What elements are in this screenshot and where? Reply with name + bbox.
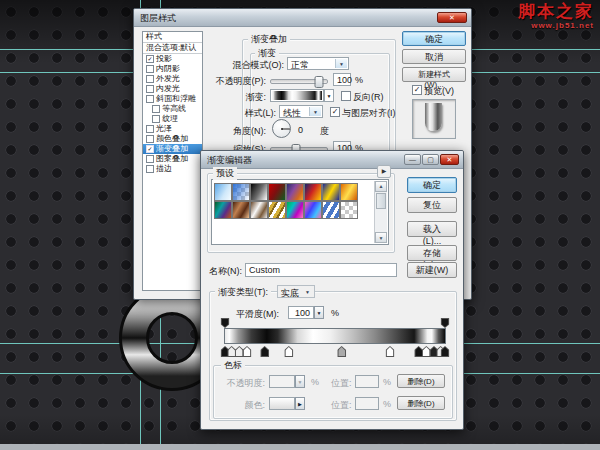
flyout-arrow-icon[interactable]: ▶ [377,165,391,178]
gradient-preset-swatch[interactable] [214,201,232,219]
name-input[interactable]: Custom [245,263,397,277]
sidebar-item[interactable]: 颜色叠加 [143,134,202,144]
ok-button[interactable]: 确定 [402,31,466,46]
canvas-edge [0,444,600,450]
ok-button[interactable]: 确定 [407,177,457,193]
sidebar-item[interactable]: 等高线 [143,104,202,114]
gradient-editor-titlebar[interactable]: 渐变编辑器 — ▢ ✕ [201,151,463,169]
chevron-down-icon[interactable]: ▼ [302,287,313,296]
slider-thumb[interactable] [315,76,324,88]
stop-position-percent: % [383,399,391,409]
checkbox[interactable] [146,85,154,93]
presets-scrollbar[interactable]: ▲ ▼ [374,181,387,243]
sidebar-item[interactable]: 光泽 [143,124,202,134]
gradient-preset-swatch[interactable] [322,183,340,201]
layer-style-title: 图层样式 [140,12,176,25]
sidebar-item[interactable]: ✓ 投影 [143,54,202,64]
sidebar-item[interactable]: 混合选项:默认 [143,43,202,54]
gradient-bar[interactable] [224,328,446,344]
checkbox[interactable] [146,155,154,163]
chevron-down-icon[interactable]: ▼ [335,59,347,68]
align-layer-label: 与图层对齐(I) [342,107,396,120]
scrollbar-up-icon[interactable]: ▲ [375,181,387,192]
sidebar-item[interactable]: 图案叠加 [143,154,202,164]
save-button[interactable]: 存储(S)... [407,245,457,261]
scrollbar-thumb[interactable] [376,193,386,209]
gradient-preset-swatch[interactable] [250,201,268,219]
sidebar-item[interactable]: 斜面和浮雕 [143,94,202,104]
gradient-preset-swatch[interactable] [304,201,322,219]
delete-color-stop-button[interactable]: 删除(D) [397,396,445,410]
stop-position-input [355,375,379,388]
gradient-preset-swatch[interactable] [250,183,268,201]
sidebar-item-label: 斜面和浮雕 [156,94,196,104]
minimize-icon[interactable]: — [404,154,421,165]
sidebar-item[interactable]: 外发光 [143,74,202,84]
sidebar-item[interactable]: 纹理 [143,114,202,124]
gradient-preset-swatch[interactable] [268,183,286,201]
checkbox[interactable] [146,135,154,143]
swatch-picker-icon[interactable]: ▶ [295,397,305,410]
chevron-down-icon[interactable]: ▼ [309,107,321,116]
gradient-preset-swatch[interactable] [286,183,304,201]
layer-style-titlebar[interactable]: 图层样式 ✕ [134,9,471,27]
checkbox[interactable] [146,65,154,73]
stop-position-label: 位置: [331,399,352,412]
gradient-preset-swatch[interactable] [304,183,322,201]
checkbox[interactable] [146,165,154,173]
cancel-button[interactable]: 取消 [402,49,466,64]
scrollbar-down-icon[interactable]: ▼ [375,232,387,243]
gradient-preview-button[interactable] [270,89,324,102]
maximize-icon[interactable]: ▢ [422,154,439,165]
new-button[interactable]: 新建(W) [407,262,457,278]
checkbox[interactable] [152,105,160,113]
checkbox[interactable] [146,125,154,133]
spinner-icon: ▼ [295,375,305,388]
reverse-checkbox[interactable] [341,91,351,101]
gradient-preset-swatch[interactable] [340,201,358,219]
sidebar-item[interactable]: 样式 [143,32,202,43]
gradient-preset-swatch[interactable] [286,201,304,219]
gradient-preset-swatch[interactable] [268,201,286,219]
angle-dial[interactable] [272,119,291,138]
sidebar-item[interactable]: 描边 [143,164,202,174]
sidebar-item-label: 渐变叠加 [156,144,188,154]
align-layer-checkbox[interactable]: ✓ [330,107,340,117]
stop-color-swatch[interactable] [269,397,295,410]
close-icon[interactable]: ✕ [437,12,467,23]
checkbox[interactable] [152,115,160,123]
gradient-type-select[interactable]: 实底 ▼ [277,285,315,298]
sidebar-item[interactable]: 内发光 [143,84,202,94]
delete-opacity-stop-button[interactable]: 删除(D) [397,374,445,388]
spinner-icon[interactable]: ▼ [314,306,324,319]
checkbox[interactable]: ✓ [146,55,154,63]
checkbox[interactable] [146,75,154,83]
sidebar-item-label: 样式 [146,32,162,42]
style-select[interactable]: 线性 ▼ [279,105,323,118]
sidebar-item-label: 内发光 [156,84,180,94]
gradient-preset-swatch[interactable] [340,183,358,201]
reset-button[interactable]: 复位 [407,197,457,213]
load-button[interactable]: 载入(L)... [407,221,457,237]
smoothness-input[interactable]: 100 [288,306,314,319]
gradient-preset-swatch[interactable] [232,201,250,219]
sidebar-item-label: 外发光 [156,74,180,84]
checkbox[interactable]: ✓ [146,145,154,153]
new-style-button[interactable]: 新建样式(W)... [402,67,466,82]
sidebar-item[interactable]: 内阴影 [143,64,202,74]
gradient-dropdown-button[interactable]: ▼ [324,89,334,102]
opacity-input[interactable]: 100 [333,73,351,86]
gradient-preset-swatch[interactable] [232,183,250,201]
inner-group-title: 渐变 [255,47,279,60]
gradient-preset-swatch[interactable] [214,183,232,201]
stop-opacity-label: 不透明度: [219,377,265,390]
presets-label: 预设 [213,167,237,180]
close-icon[interactable]: ✕ [440,154,459,165]
checkbox[interactable] [146,95,154,103]
preview-checkbox[interactable]: ✓ [412,85,422,95]
blend-mode-select[interactable]: 正常 ▼ [287,57,349,70]
presets-list: ▲ ▼ [211,179,389,245]
gradient-preset-swatch[interactable] [322,201,340,219]
opacity-slider[interactable] [270,79,328,84]
sidebar-item[interactable]: ✓ 渐变叠加 [143,144,202,154]
